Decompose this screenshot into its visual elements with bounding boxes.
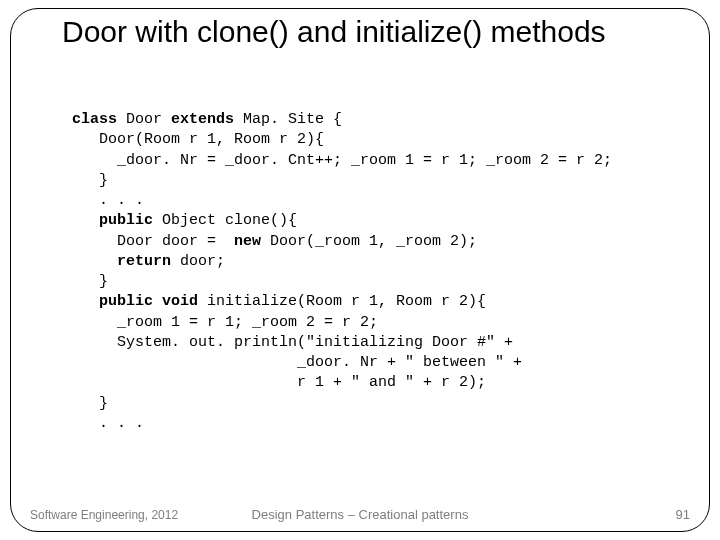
code-text — [72, 253, 117, 270]
code-text — [72, 293, 99, 310]
code-text: Door(Room r 1, Room r 2){ — [72, 131, 324, 148]
code-text: . . . — [72, 192, 144, 209]
kw-class: class — [72, 111, 117, 128]
code-text: } — [72, 395, 108, 412]
code-text: Map. Site { — [234, 111, 342, 128]
code-text: _room 1 = r 1; _room 2 = r 2; — [72, 314, 378, 331]
code-text: initialize(Room r 1, Room r 2){ — [198, 293, 486, 310]
page-number: 91 — [676, 507, 690, 522]
code-text: _door. Nr = _door. Cnt++; _room 1 = r 1;… — [72, 152, 612, 169]
kw-extends: extends — [171, 111, 234, 128]
code-text — [72, 212, 99, 229]
code-text: } — [72, 273, 108, 290]
kw-return: return — [117, 253, 171, 270]
kw-new: new — [234, 233, 261, 250]
code-text: door; — [171, 253, 225, 270]
slide-title: Door with clone() and initialize() metho… — [62, 14, 680, 50]
code-text: Door(_room 1, _room 2); — [261, 233, 477, 250]
code-text: Door — [117, 111, 171, 128]
kw-public: public — [99, 212, 153, 229]
footer-center: Design Patterns – Creational patterns — [0, 507, 720, 522]
code-text: r 1 + " and " + r 2); — [72, 374, 486, 391]
code-text: Object clone(){ — [153, 212, 297, 229]
code-text: _door. Nr + " between " + — [72, 354, 522, 371]
code-text: System. out. println("initializing Door … — [72, 334, 513, 351]
code-text: Door door = — [72, 233, 234, 250]
kw-public-void: public void — [99, 293, 198, 310]
code-block: class Door extends Map. Site { Door(Room… — [72, 110, 680, 434]
code-text: . . . — [72, 415, 144, 432]
code-text: } — [72, 172, 108, 189]
